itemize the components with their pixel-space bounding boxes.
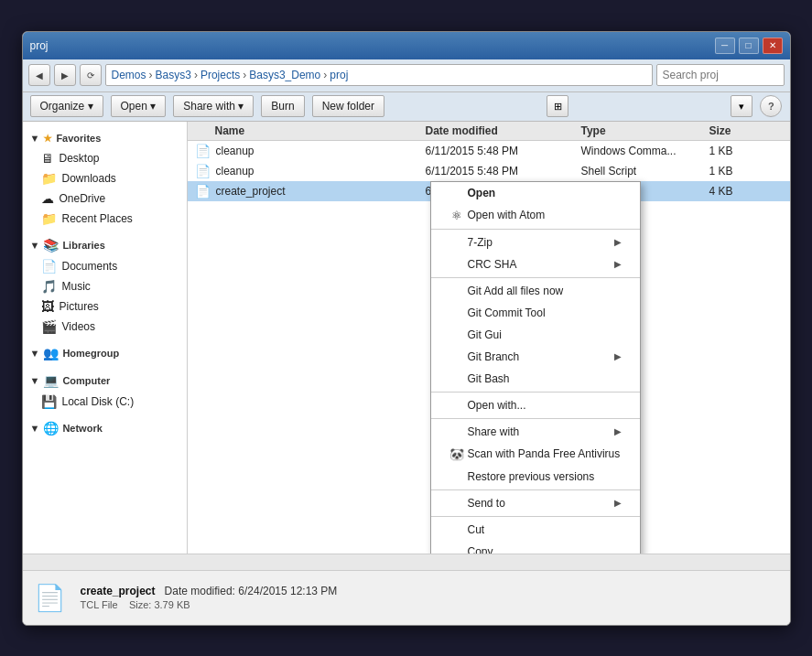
ctx-git-bash[interactable]: Git Bash — [431, 368, 640, 390]
sidebar: ▼ ★ Favorites 🖥 Desktop 📁 Downloads ☁ On… — [23, 122, 188, 554]
sidebar-item-downloads[interactable]: 📁 Downloads — [23, 168, 187, 188]
status-bar: 📄 create_project Date modified: 6/24/201… — [23, 570, 790, 625]
network-arrow-icon: ▼ — [30, 423, 40, 434]
breadcrumb-projects[interactable]: Projects — [200, 69, 240, 81]
close-button[interactable]: ✕ — [763, 38, 783, 54]
network-icon: 🌐 — [43, 421, 59, 436]
ctx-open[interactable]: Open — [431, 182, 640, 204]
status-date-label: Date modified: — [165, 585, 235, 597]
file-icon: 📄 — [195, 164, 211, 178]
toolbar: Organize ▾ Open ▾ Share with ▾ Burn New … — [23, 92, 790, 122]
ctx-copy[interactable]: Copy — [431, 541, 640, 554]
breadcrumb-basys3demo[interactable]: Basys3_Demo — [249, 69, 320, 81]
sidebar-item-onedrive[interactable]: ☁ OneDrive — [23, 188, 187, 209]
submenu-arrow-icon: ▶ — [614, 259, 622, 269]
onedrive-icon: ☁ — [41, 191, 54, 206]
ctx-restore-prev[interactable]: Restore previous versions — [431, 466, 640, 488]
file-row[interactable]: 📄 cleanup 6/11/2015 5:48 PM Shell Script… — [188, 161, 790, 181]
col-header-name[interactable]: Name — [188, 124, 426, 137]
submenu-arrow-icon: ▶ — [614, 351, 622, 361]
music-icon: 🎵 — [41, 279, 57, 294]
desktop-icon: 🖥 — [41, 151, 54, 166]
recent-icon: 📁 — [41, 211, 57, 226]
title-bar: proj ─ □ ✕ — [23, 32, 790, 59]
file-name: cleanup — [216, 165, 254, 177]
ctx-7zip[interactable]: 7-Zip ▶ — [431, 231, 640, 253]
breadcrumb-demos[interactable]: Demos — [112, 69, 146, 81]
ctx-scan-panda[interactable]: 🐼Scan with Panda Free Antivirus — [431, 443, 640, 466]
sidebar-item-recent[interactable]: 📁 Recent Places — [23, 209, 187, 229]
file-name: cleanup — [216, 145, 254, 157]
downloads-icon: 📁 — [41, 171, 57, 186]
view-button[interactable]: ⊞ — [547, 95, 568, 117]
burn-button[interactable]: Burn — [261, 95, 304, 117]
open-button[interactable]: Open ▾ — [111, 95, 167, 117]
separator-3 — [431, 392, 640, 393]
network-header[interactable]: ▼ 🌐 Network — [23, 417, 187, 439]
ctx-send-to[interactable]: Send to ▶ — [431, 492, 640, 514]
breadcrumb-basys3[interactable]: Basys3 — [156, 69, 191, 81]
ctx-crc-sha[interactable]: CRC SHA ▶ — [431, 253, 640, 275]
view-toggle-button[interactable]: ▾ — [731, 95, 752, 117]
sidebar-item-documents[interactable]: 📄 Documents — [23, 256, 187, 276]
address-path[interactable]: Demos › Basys3 › Projects › Basys3_Demo … — [105, 64, 653, 86]
atom-icon: ⚛ — [449, 209, 464, 222]
file-date: 6/11/2015 5:48 PM — [426, 165, 581, 177]
sidebar-item-desktop[interactable]: 🖥 Desktop — [23, 148, 187, 168]
file-type: Windows Comma... — [581, 145, 709, 157]
minimize-button[interactable]: ─ — [715, 38, 735, 54]
file-row[interactable]: 📄 cleanup 6/11/2015 5:48 PM Windows Comm… — [188, 141, 790, 161]
sidebar-item-localdisk[interactable]: 💾 Local Disk (C:) — [23, 392, 187, 412]
col-header-date[interactable]: Date modified — [426, 124, 581, 137]
ctx-git-commit[interactable]: Git Commit Tool — [431, 302, 640, 324]
ctx-git-gui[interactable]: Git Gui — [431, 324, 640, 346]
panda-icon: 🐼 — [449, 447, 464, 461]
computer-icon: 💻 — [43, 373, 59, 388]
help-button[interactable]: ? — [760, 95, 782, 117]
submenu-arrow-icon: ▶ — [614, 237, 622, 247]
file-size: 4 KB — [709, 185, 764, 198]
homegroup-header[interactable]: ▼ 👥 Homegroup — [23, 342, 187, 364]
refresh-button[interactable]: ⟳ — [80, 64, 102, 86]
file-name: create_project — [216, 185, 286, 198]
ctx-open-atom[interactable]: ⚛Open with Atom — [431, 204, 640, 227]
address-bar: ◀ ▶ ⟳ Demos › Basys3 › Projects › Basys3… — [23, 59, 790, 92]
favorites-arrow-icon: ▼ — [30, 133, 40, 144]
new-folder-button[interactable]: New folder — [312, 95, 384, 117]
libraries-header[interactable]: ▼ 📚 Libraries — [23, 234, 187, 256]
libraries-icon: 📚 — [43, 238, 59, 253]
main-window: proj ─ □ ✕ ◀ ▶ ⟳ Demos › Basys3 › Projec… — [22, 31, 791, 626]
sidebar-item-pictures[interactable]: 🖼 Pictures — [23, 296, 187, 317]
status-date-value: 6/24/2015 12:13 PM — [238, 585, 337, 597]
ctx-share-with[interactable]: Share with ▶ — [431, 421, 640, 443]
homegroup-arrow-icon: ▼ — [30, 348, 40, 359]
breadcrumb-proj[interactable]: proj — [330, 69, 348, 81]
favorites-star-icon: ★ — [43, 133, 52, 145]
videos-icon: 🎬 — [41, 319, 57, 334]
organize-button[interactable]: Organize ▾ — [30, 95, 103, 117]
disk-icon: 💾 — [41, 394, 57, 409]
pictures-icon: 🖼 — [41, 299, 54, 314]
col-header-type[interactable]: Type — [581, 124, 709, 137]
favorites-header[interactable]: ▼ ★ Favorites — [23, 129, 187, 148]
share-with-button[interactable]: Share with ▾ — [173, 95, 254, 117]
back-button[interactable]: ◀ — [28, 64, 50, 86]
forward-button[interactable]: ▶ — [54, 64, 76, 86]
sidebar-item-videos[interactable]: 🎬 Videos — [23, 317, 187, 337]
submenu-arrow-icon: ▶ — [614, 426, 622, 436]
ctx-git-add[interactable]: Git Add all files now — [431, 280, 640, 302]
status-size-value: 3.79 KB — [154, 599, 189, 610]
search-input[interactable] — [656, 64, 785, 86]
ctx-cut[interactable]: Cut — [431, 519, 640, 541]
ctx-open-with[interactable]: Open with... — [431, 394, 640, 416]
maximize-button[interactable]: □ — [739, 38, 759, 54]
scrollbar-area — [23, 554, 790, 570]
computer-header[interactable]: ▼ 💻 Computer — [23, 370, 187, 392]
ctx-git-branch[interactable]: Git Branch ▶ — [431, 346, 640, 368]
file-size: 1 KB — [709, 165, 764, 177]
file-area: Name Date modified Type Size 📄 cleanup 6… — [188, 122, 790, 554]
col-header-size[interactable]: Size — [709, 124, 764, 137]
sidebar-item-music[interactable]: 🎵 Music — [23, 276, 187, 296]
file-size: 1 KB — [709, 145, 764, 157]
context-menu: Open ⚛Open with Atom 7-Zip ▶ CRC SHA ▶ G… — [430, 181, 641, 554]
